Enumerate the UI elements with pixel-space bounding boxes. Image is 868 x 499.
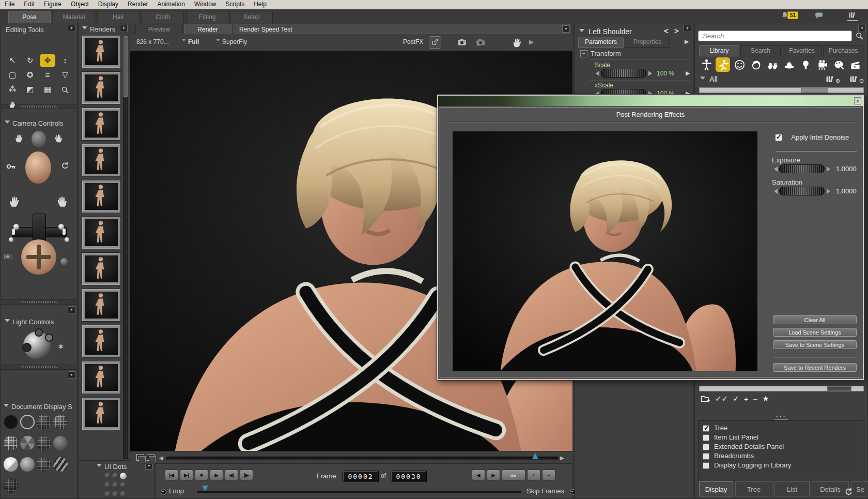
morph-tool[interactable]: ≡ xyxy=(40,68,55,82)
option-breadcrumbs[interactable]: Breadcrumbs xyxy=(699,451,864,461)
renders-menu-button[interactable]: ▼ xyxy=(120,25,128,32)
document-title-bar[interactable]: Render Speed Test xyxy=(234,24,570,34)
chat-icon[interactable] xyxy=(814,11,824,21)
create-light-icon[interactable]: ✶ xyxy=(57,342,64,352)
dial-decrement[interactable] xyxy=(596,71,599,76)
remove-item-button[interactable]: − xyxy=(753,395,757,403)
step-back-button[interactable]: ◀| xyxy=(225,470,238,480)
favorite-button[interactable]: ★ xyxy=(762,394,769,403)
library-hscrollbar-thumb[interactable] xyxy=(801,88,829,93)
search-icon[interactable] xyxy=(855,32,864,40)
save-to-scene-settings-button[interactable]: Save to Scene Settings xyxy=(773,340,857,349)
save-to-recent-renders-button[interactable]: Save to Recent Renders xyxy=(773,363,857,372)
ui-dot-2[interactable] xyxy=(112,473,119,479)
dial-increment[interactable] xyxy=(827,189,830,194)
hands-camera-icon[interactable] xyxy=(14,133,24,143)
mode-tab-cloth[interactable]: Cloth xyxy=(142,11,184,23)
item-list-panel-checkbox[interactable] xyxy=(703,434,709,441)
timeline-marker[interactable] xyxy=(202,486,208,491)
menu-file[interactable]: File xyxy=(0,0,19,9)
display-style-lit-wireframe[interactable] xyxy=(4,436,18,450)
timeline-slider[interactable] xyxy=(197,491,521,493)
document-menu-button[interactable]: ▼ xyxy=(562,25,570,33)
rotate-tool[interactable]: ↻ xyxy=(22,54,38,67)
tree-checkbox[interactable] xyxy=(703,425,709,432)
sync-icon[interactable] xyxy=(844,487,853,496)
color-tool[interactable]: ◩ xyxy=(22,83,38,96)
mode-tab-material[interactable]: Material xyxy=(53,11,95,23)
render-thumbnail[interactable] xyxy=(82,325,120,357)
ui-dot-8[interactable] xyxy=(112,491,119,498)
editing-tools-menu-button[interactable]: ▼ xyxy=(68,25,75,32)
renders-scrollbar[interactable] xyxy=(123,36,128,459)
ui-dot-1[interactable] xyxy=(104,473,111,479)
tab-parameters[interactable]: Parameters xyxy=(578,37,624,48)
library-tab-search[interactable]: Search xyxy=(740,45,781,56)
exposure-dial[interactable] xyxy=(779,164,825,173)
ui-dot-6[interactable] xyxy=(120,482,127,489)
mode-tab-pose[interactable]: Pose xyxy=(8,11,51,23)
area-render-camera-icon[interactable] xyxy=(475,36,488,49)
category-materials-icon[interactable] xyxy=(831,57,846,72)
bottom-tab-se[interactable]: Se xyxy=(851,481,868,496)
menu-animation[interactable]: Animation xyxy=(152,0,189,9)
option-tree[interactable]: Tree xyxy=(699,424,864,433)
menu-edit[interactable]: Edit xyxy=(19,0,39,9)
tab-properties[interactable]: Properties xyxy=(625,37,670,48)
menu-window[interactable]: Window xyxy=(190,0,221,9)
ui-dot-7[interactable] xyxy=(104,491,111,498)
camera-dot-right2[interactable] xyxy=(65,237,69,242)
add-folder-button[interactable] xyxy=(700,394,710,404)
render-thumbnail[interactable] xyxy=(82,398,120,430)
twist-tool[interactable]: ✪ xyxy=(22,68,38,82)
ui-dot-9[interactable] xyxy=(120,491,127,498)
mode-tab-fitting[interactable]: Fitting xyxy=(186,11,228,23)
mode-tab-setup[interactable]: Setup xyxy=(230,11,273,23)
render-compare-slider[interactable] xyxy=(166,457,558,460)
slider-left-arrow-icon[interactable]: ◀ xyxy=(159,455,163,461)
display-style-flat-lined[interactable] xyxy=(37,436,51,450)
clear-all-button[interactable]: Clear All xyxy=(773,315,857,324)
menu-display[interactable]: Display xyxy=(94,0,123,9)
collapse-caret-icon[interactable] xyxy=(5,319,10,325)
option-item-list-panel[interactable]: Item List Panel xyxy=(699,433,864,442)
next-keyframe-button[interactable]: ▶ xyxy=(487,470,500,480)
chain-break-tool[interactable]: ⁂ xyxy=(5,83,20,96)
render-camera-icon[interactable] xyxy=(457,37,468,48)
category-scenes-icon[interactable] xyxy=(848,57,862,72)
last-frame-button[interactable]: ▶| xyxy=(180,470,193,480)
dial-decrement[interactable] xyxy=(774,189,778,194)
collapse-caret-icon[interactable] xyxy=(5,120,10,126)
loop-radio[interactable] xyxy=(161,489,166,495)
library-tab-library[interactable]: Library xyxy=(699,45,739,56)
render-thumbnail[interactable] xyxy=(82,144,120,176)
compare-renders-icon[interactable] xyxy=(136,454,157,462)
total-frames-field[interactable] xyxy=(391,471,427,482)
menu-scripts[interactable]: Scripts xyxy=(221,0,250,9)
current-frame-field[interactable] xyxy=(343,471,379,482)
display-style-smooth-shaded-dim[interactable] xyxy=(53,436,68,450)
breadcrumbs-checkbox[interactable] xyxy=(703,453,709,460)
panel-resize-handle[interactable] xyxy=(0,104,78,109)
light-indicator-icon[interactable] xyxy=(35,328,43,337)
play-button[interactable]: ▶ xyxy=(210,470,223,480)
display-style-sketch[interactable] xyxy=(53,457,68,472)
translate-inout-tool[interactable]: ↕ xyxy=(57,54,73,67)
dialog-titlebar[interactable] xyxy=(438,96,863,106)
category-expressions-icon[interactable] xyxy=(732,57,747,72)
transform-group-collapse[interactable]: − xyxy=(580,50,587,57)
display-style-shadow-lined[interactable] xyxy=(4,478,18,493)
display-style-wireframe[interactable] xyxy=(37,415,51,429)
notification-badge[interactable]: 51 xyxy=(787,11,798,19)
display-style-cartoon[interactable] xyxy=(4,457,18,472)
document-display-menu-button[interactable]: ▼ xyxy=(68,371,75,379)
left-hand-camera-icon[interactable] xyxy=(8,187,21,216)
dial-increment[interactable] xyxy=(648,71,652,76)
step-forward-button[interactable]: |▶ xyxy=(240,470,253,480)
display-style-outline[interactable] xyxy=(20,415,35,429)
right-hand-camera-icon[interactable] xyxy=(55,187,69,216)
check-button[interactable]: ✓ xyxy=(733,394,739,403)
menu-help[interactable]: Help xyxy=(249,0,271,9)
camera-dot-left[interactable] xyxy=(13,224,19,230)
next-actor-button[interactable]: > xyxy=(674,26,679,35)
